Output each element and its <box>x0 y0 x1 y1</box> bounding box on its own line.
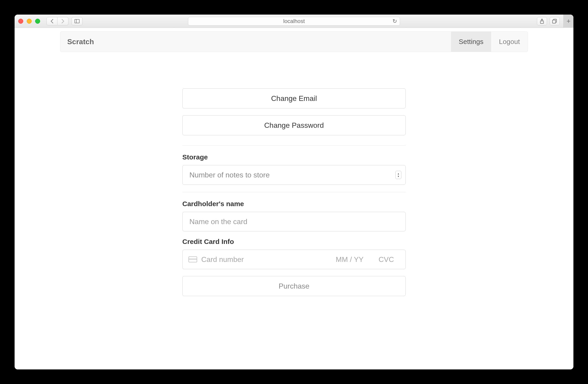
minimize-window-button[interactable] <box>27 19 32 24</box>
tabs-button[interactable] <box>550 17 560 25</box>
browser-window: localhost ↻ + Scratch Settings Logout Ch… <box>15 15 573 369</box>
fullscreen-window-button[interactable] <box>35 19 40 24</box>
nav-buttons <box>46 17 68 25</box>
change-email-button[interactable]: Change Email <box>182 88 406 108</box>
change-password-button[interactable]: Change Password <box>182 115 406 135</box>
sidebar-toggle-button[interactable] <box>72 17 83 25</box>
sidebar-icon <box>75 19 80 23</box>
select-stepper-icon: ▴▾ <box>396 171 401 179</box>
settings-form: Change Email Change Password Storage Num… <box>182 88 406 303</box>
purchase-button[interactable]: Purchase <box>182 276 406 296</box>
new-tab-button[interactable]: + <box>563 15 573 28</box>
app-navbar: Scratch Settings Logout <box>60 31 528 52</box>
close-window-button[interactable] <box>18 19 23 24</box>
card-number-input[interactable] <box>201 255 332 264</box>
url-text: localhost <box>283 18 305 24</box>
nav-logout[interactable]: Logout <box>491 32 528 52</box>
reload-icon[interactable]: ↻ <box>393 18 397 24</box>
credit-card-row <box>182 250 406 269</box>
url-bar[interactable]: localhost ↻ <box>188 17 400 25</box>
credit-card-icon <box>189 257 197 262</box>
brand-title[interactable]: Scratch <box>60 32 101 52</box>
cardholder-name-label: Cardholder's name <box>182 200 406 208</box>
nav-settings[interactable]: Settings <box>451 32 491 52</box>
page-content: Scratch Settings Logout Change Email Cha… <box>15 28 573 369</box>
credit-card-info-label: Credit Card Info <box>182 238 406 245</box>
divider <box>182 145 406 145</box>
card-cvc-input[interactable] <box>378 255 399 264</box>
back-button[interactable] <box>46 17 57 25</box>
forward-button[interactable] <box>57 17 68 25</box>
storage-placeholder: Number of notes to store <box>189 171 270 179</box>
svg-rect-3 <box>552 20 556 23</box>
cardholder-name-input[interactable] <box>182 212 406 231</box>
browser-titlebar: localhost ↻ + <box>15 15 573 28</box>
card-expiry-input[interactable] <box>336 255 375 264</box>
storage-select[interactable]: Number of notes to store ▴▾ <box>182 165 406 185</box>
titlebar-right-tools: + <box>537 15 570 28</box>
traffic-lights <box>18 19 40 24</box>
share-button[interactable] <box>537 17 547 25</box>
storage-label: Storage <box>182 153 406 161</box>
